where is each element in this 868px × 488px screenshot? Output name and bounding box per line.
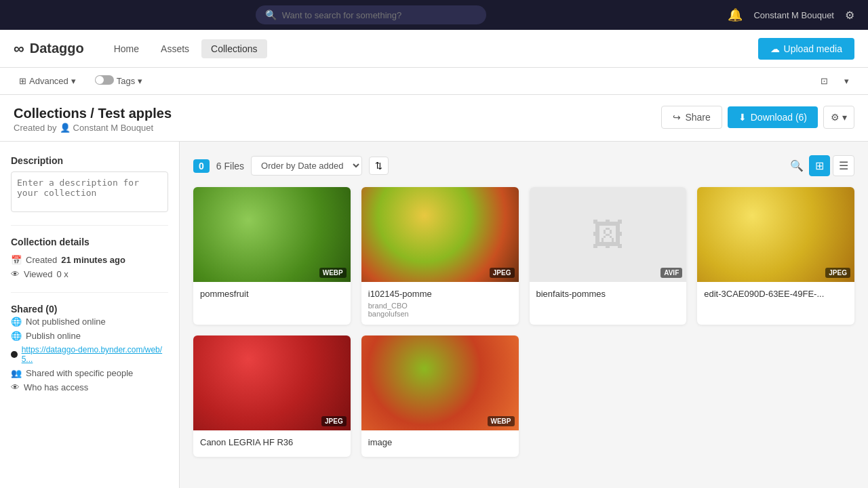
media-card[interactable]: JPEG i102145-pomme brand_CBO bangolufsen: [361, 187, 519, 325]
upload-label: Upload media: [784, 43, 842, 54]
globe-publish-icon: 🌐: [11, 331, 22, 341]
divider-1: [11, 225, 168, 226]
meta-bang: bangolufsen: [368, 310, 512, 318]
divider-2: [11, 292, 168, 293]
media-info: bienfaits-pommes: [530, 282, 687, 308]
upload-media-button[interactable]: ☁ Upload media: [758, 38, 854, 60]
created-by-label: Created by: [14, 123, 57, 133]
format-badge: WEBP: [319, 268, 347, 278]
collection-settings-button[interactable]: ⚙ ▾: [823, 106, 854, 129]
toolbar-right: ⊡ ▾: [815, 73, 854, 89]
download-button[interactable]: ⬇ Download (6): [728, 106, 818, 128]
media-name: edit-3CAE090D-63EE-49FE-...: [704, 289, 848, 299]
grid-view-toggle[interactable]: ⊡: [815, 73, 833, 89]
list-view-button[interactable]: ☰: [833, 155, 854, 176]
content-search-button[interactable]: 🔍: [790, 159, 804, 172]
media-name: pommesfruit: [200, 289, 344, 299]
tags-button[interactable]: Tags ▾: [90, 73, 148, 89]
created-row: 📅 Created 21 minutes ago: [11, 253, 168, 267]
not-published-row: 🌐 Not published online: [11, 314, 168, 329]
media-thumbnail: JPEG: [697, 187, 854, 282]
upload-icon: ☁: [770, 43, 780, 54]
media-info: i102145-pomme brand_CBO bangolufsen: [361, 282, 519, 325]
topbar: 🔍 🔔 Constant M Bouquet ⚙: [0, 0, 868, 30]
format-badge: JPEG: [825, 268, 850, 278]
nav-links: Home Assets Collections: [104, 39, 267, 58]
gear-settings-icon: ⚙: [831, 112, 840, 123]
page-title-row: Collections / Test apples Created by 👤 C…: [0, 95, 868, 142]
nav-home[interactable]: Home: [104, 39, 149, 58]
media-info: pommesfruit: [193, 282, 351, 308]
page-actions: ↪ Share ⬇ Download (6) ⚙ ▾: [661, 106, 854, 129]
not-published-text: Not published online: [26, 317, 106, 327]
search-bar[interactable]: 🔍: [256, 5, 486, 24]
search-input[interactable]: [282, 10, 477, 20]
content-area: 0 6 Files Order by Date added ⇅ 🔍 ⊞ ☰: [180, 142, 868, 488]
media-card[interactable]: 🖼 AVIF bienfaits-pommes: [530, 187, 687, 325]
content-header: 0 6 Files Order by Date added ⇅ 🔍 ⊞ ☰: [193, 155, 854, 176]
bell-icon[interactable]: 🔔: [728, 7, 743, 22]
chevron-settings-icon: ▾: [842, 112, 847, 123]
media-grid: WEBP pommesfruit JPEG i102145-pomme bran…: [193, 187, 854, 457]
topbar-right: 🔔 Constant M Bouquet ⚙: [728, 7, 854, 22]
nav-assets[interactable]: Assets: [151, 39, 199, 58]
page-subtitle: Created by 👤 Constant M Bouquet: [14, 123, 661, 133]
publish-text: Publish online: [26, 331, 81, 341]
page-title-info: Collections / Test apples Created by 👤 C…: [14, 106, 661, 133]
tags-label: Tags: [117, 76, 135, 86]
toolbar: ⊞ Advanced ▾ Tags ▾ ⊡ ▾: [0, 68, 868, 95]
media-meta: brand_CBO bangolufsen: [368, 302, 512, 318]
media-name: bienfaits-pommes: [536, 289, 680, 299]
media-name: Canon LEGRIA HF R36: [200, 437, 344, 447]
logo-symbol: ∞: [14, 40, 24, 58]
share-button[interactable]: ↪ Share: [661, 106, 722, 129]
eye-access-icon: 👁: [11, 382, 20, 392]
grid-icon: ⊡: [821, 76, 828, 86]
download-icon: ⬇: [738, 112, 747, 123]
count-badge: 0: [193, 159, 210, 173]
media-card[interactable]: WEBP pommesfruit: [193, 187, 351, 325]
viewed-count: 0 x: [56, 269, 68, 279]
nav-collections[interactable]: Collections: [201, 39, 267, 58]
eye-icon: 👁: [11, 269, 20, 279]
calendar-icon: 📅: [11, 255, 22, 265]
placeholder-icon: 🖼: [591, 216, 624, 253]
dot-icon: [11, 351, 18, 358]
description-section: Description: [11, 155, 168, 214]
sort-button[interactable]: ⇅: [369, 157, 389, 175]
description-label: Description: [11, 155, 168, 166]
logo-text: Dataggo: [30, 41, 84, 56]
globe-icon: 🌐: [11, 317, 22, 327]
created-label: Created: [26, 255, 57, 265]
media-card[interactable]: WEBP image: [361, 336, 519, 457]
media-card[interactable]: JPEG Canon LEGRIA HF R36: [193, 336, 351, 457]
order-select[interactable]: Order by Date added: [251, 156, 362, 176]
meta-brand: brand_CBO: [368, 302, 512, 310]
content-header-left: 0 6 Files Order by Date added ⇅: [193, 156, 389, 176]
publish-row[interactable]: 🌐 Publish online: [11, 329, 168, 343]
grid-view-button[interactable]: ⊞: [809, 155, 830, 176]
shared-label: Shared (0): [11, 304, 168, 314]
format-badge: JPEG: [321, 416, 347, 426]
gear-icon[interactable]: ⚙: [845, 9, 854, 22]
created-time: 21 minutes ago: [61, 255, 125, 265]
who-access-row[interactable]: 👁 Who has access: [11, 380, 168, 394]
chevron-icon: ▾: [844, 76, 849, 86]
navbar-left: ∞ Dataggo Home Assets Collections: [14, 39, 267, 58]
view-toggle: ⊞ ☰: [809, 155, 854, 176]
share-icon: ↪: [673, 112, 681, 123]
more-options-toggle[interactable]: ▾: [839, 73, 854, 89]
media-thumbnail: WEBP: [361, 336, 519, 430]
content-header-actions: 🔍 ⊞ ☰: [790, 155, 854, 176]
media-card[interactable]: JPEG edit-3CAE090D-63EE-49FE-...: [697, 187, 854, 325]
advanced-button[interactable]: ⊞ Advanced ▾: [14, 73, 81, 89]
share-label: Share: [685, 112, 710, 123]
publish-url[interactable]: https://dataggo-demo.bynder.com/web/5...: [22, 345, 168, 364]
person-icon: 👤: [60, 123, 71, 133]
description-input[interactable]: [11, 171, 168, 212]
chevron-down-icon: ▾: [71, 76, 76, 86]
toggle-tags: [95, 75, 114, 87]
media-info: edit-3CAE090D-63EE-49FE-...: [697, 282, 854, 308]
url-row: https://dataggo-demo.bynder.com/web/5...: [11, 343, 168, 366]
sidebar: Description Collection details 📅 Created…: [0, 142, 180, 488]
